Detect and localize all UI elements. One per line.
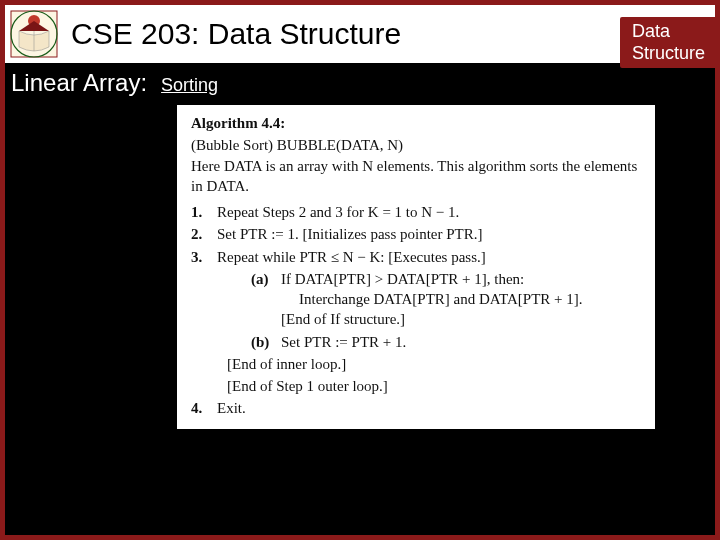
badge-line-2: Structure <box>632 43 705 65</box>
substep-text: If DATA[PTR] > DATA[PTR + 1], then: <box>281 269 641 289</box>
algorithm-heading: Algorithm 4.4: <box>191 113 641 133</box>
step-number: 1. <box>191 202 217 222</box>
substep-text: Set PTR := PTR + 1. <box>281 332 641 352</box>
slide: CSE 203: Data Structure Data Structure L… <box>5 5 715 535</box>
university-logo-icon <box>9 9 59 59</box>
subheader: Linear Array: Sorting <box>5 63 715 101</box>
substep-label: (a) <box>251 269 281 289</box>
step-row: 4. Exit. <box>191 398 641 418</box>
header-bar: CSE 203: Data Structure <box>5 5 715 63</box>
course-title: CSE 203: Data Structure <box>71 17 401 51</box>
algorithm-steps: 1. Repeat Steps 2 and 3 for K = 1 to N −… <box>191 202 641 419</box>
step-row: 3. Repeat while PTR ≤ N − K: [Executes p… <box>191 247 641 267</box>
section-title: Linear Array: <box>11 69 147 97</box>
step-number: 4. <box>191 398 217 418</box>
end-inner-loop: [End of inner loop.] <box>227 354 641 374</box>
step-number: 2. <box>191 224 217 244</box>
substep-b: (b) Set PTR := PTR + 1. <box>251 332 641 352</box>
step-text: Repeat Steps 2 and 3 for K = 1 to N − 1. <box>217 202 641 222</box>
step-text: Set PTR := 1. [Initializes pass pointer … <box>217 224 641 244</box>
topic-badge: Data Structure <box>620 17 715 68</box>
step-row: 1. Repeat Steps 2 and 3 for K = 1 to N −… <box>191 202 641 222</box>
algorithm-box: Algorithm 4.4: (Bubble Sort) BUBBLE(DATA… <box>177 105 655 429</box>
substep-a: (a) If DATA[PTR] > DATA[PTR + 1], then: … <box>251 269 641 330</box>
intro-line-1: (Bubble Sort) BUBBLE(DATA, N) <box>191 135 641 155</box>
intro-line-2: Here DATA is an array with N elements. T… <box>191 156 641 197</box>
algorithm-intro: (Bubble Sort) BUBBLE(DATA, N) Here DATA … <box>191 135 641 196</box>
badge-line-1: Data <box>632 21 705 43</box>
step-text: Repeat while PTR ≤ N − K: [Executes pass… <box>217 247 641 267</box>
substep-text: Interchange DATA[PTR] and DATA[PTR + 1]. <box>299 289 641 309</box>
step-row: 2. Set PTR := 1. [Initializes pass point… <box>191 224 641 244</box>
topic-label: Sorting <box>161 75 218 96</box>
substep-label: (b) <box>251 332 281 352</box>
end-if: [End of If structure.] <box>281 309 641 329</box>
step-text: Exit. <box>217 398 641 418</box>
step-number: 3. <box>191 247 217 267</box>
end-outer-loop: [End of Step 1 outer loop.] <box>227 376 641 396</box>
